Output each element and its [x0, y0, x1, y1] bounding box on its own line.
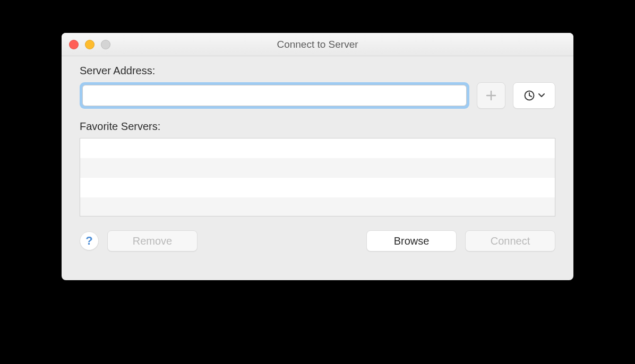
list-row	[80, 138, 555, 158]
titlebar: Connect to Server	[62, 33, 573, 56]
zoom-window-button	[101, 40, 110, 49]
list-row	[80, 178, 555, 197]
clock-icon	[524, 90, 535, 101]
window-controls	[69, 40, 110, 49]
server-address-input[interactable]	[82, 85, 467, 106]
help-button[interactable]: ?	[80, 231, 99, 250]
chevron-down-icon	[538, 93, 545, 98]
list-row	[80, 158, 555, 178]
minimize-window-button[interactable]	[85, 40, 95, 49]
favorite-servers-list[interactable]	[80, 138, 555, 216]
list-row	[80, 197, 555, 216]
connect-to-server-window: Connect to Server Server Address:	[62, 33, 573, 280]
connect-button[interactable]: Connect	[465, 230, 555, 252]
server-address-focus-ring	[80, 82, 469, 109]
browse-button[interactable]: Browse	[366, 230, 457, 252]
remove-button-label: Remove	[133, 235, 172, 247]
help-icon: ?	[85, 234, 92, 248]
add-favorite-button[interactable]	[477, 82, 505, 109]
close-window-button[interactable]	[69, 40, 79, 49]
window-title: Connect to Server	[277, 39, 358, 50]
plus-icon	[485, 90, 497, 101]
connect-button-label: Connect	[491, 235, 530, 247]
server-address-label: Server Address:	[80, 65, 555, 77]
window-content: Server Address: Favorite Servers:	[62, 56, 573, 263]
remove-button[interactable]: Remove	[107, 230, 198, 252]
browse-button-label: Browse	[394, 235, 430, 247]
server-address-row	[80, 82, 555, 109]
favorite-servers-label: Favorite Servers:	[80, 120, 555, 133]
footer-row: ? Remove Browse Connect	[80, 230, 555, 252]
recent-servers-button[interactable]	[513, 82, 555, 109]
